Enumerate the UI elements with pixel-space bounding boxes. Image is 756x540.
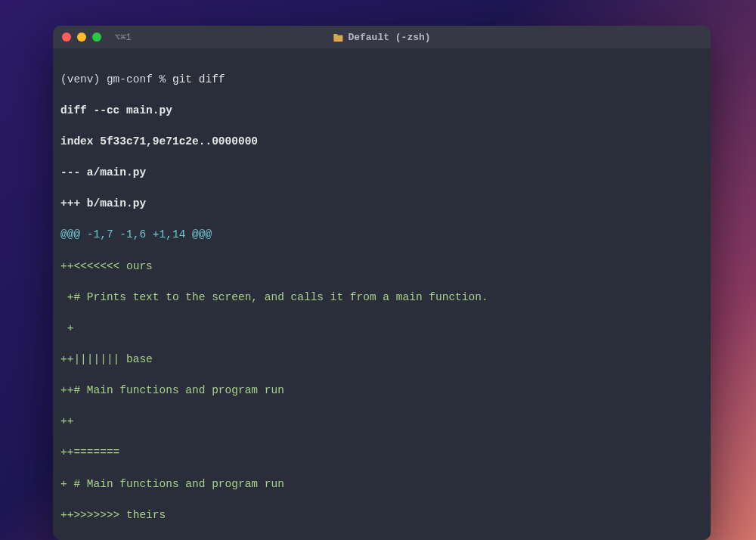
- titlebar-title: Default (-zsh): [333, 32, 430, 43]
- diff-file-a: --- a/main.py: [60, 165, 703, 181]
- diff-header: diff --cc main.py: [60, 103, 703, 119]
- diff-add-line: ++=======: [60, 445, 703, 461]
- traffic-lights: [62, 33, 101, 42]
- diff-index: index 5f33c71,9e71c2e..0000000: [60, 134, 703, 150]
- diff-add-line: +: [60, 321, 703, 337]
- diff-file-b: +++ b/main.py: [60, 196, 703, 212]
- maximize-button[interactable]: [92, 33, 101, 42]
- close-button[interactable]: [62, 33, 71, 42]
- prompt-line: (venv) gm-conf % git diff: [60, 72, 703, 88]
- diff-add-line: +# Prints text to the screen, and calls …: [60, 290, 703, 306]
- diff-add-line: + # Main functions and program run: [60, 476, 703, 492]
- folder-icon: [333, 33, 343, 42]
- diff-add-line: ++<<<<<<< ours: [60, 259, 703, 275]
- diff-add-line: ++# Main functions and program run: [60, 383, 703, 399]
- prompt-path: gm-conf: [107, 73, 153, 85]
- prompt-venv: (venv): [60, 73, 100, 85]
- minimize-button[interactable]: [77, 33, 86, 42]
- diff-add-line: ++>>>>>>> theirs: [60, 507, 703, 523]
- titlebar: ⌥⌘1 Default (-zsh): [53, 26, 711, 48]
- titlebar-title-text: Default (-zsh): [348, 32, 430, 43]
- prompt-sep: %: [160, 73, 166, 85]
- prompt-command: git diff: [172, 73, 225, 85]
- diff-hunk: @@@ -1,7 -1,6 +1,14 @@@: [60, 227, 703, 243]
- terminal-window: ⌥⌘1 Default (-zsh) (venv) gm-conf % git …: [53, 26, 711, 540]
- diff-add-line: ++: [60, 414, 703, 430]
- titlebar-shortcut: ⌥⌘1: [115, 32, 132, 43]
- terminal-body[interactable]: (venv) gm-conf % git diff diff --cc main…: [53, 48, 711, 540]
- diff-add-line: ++||||||| base: [60, 352, 703, 368]
